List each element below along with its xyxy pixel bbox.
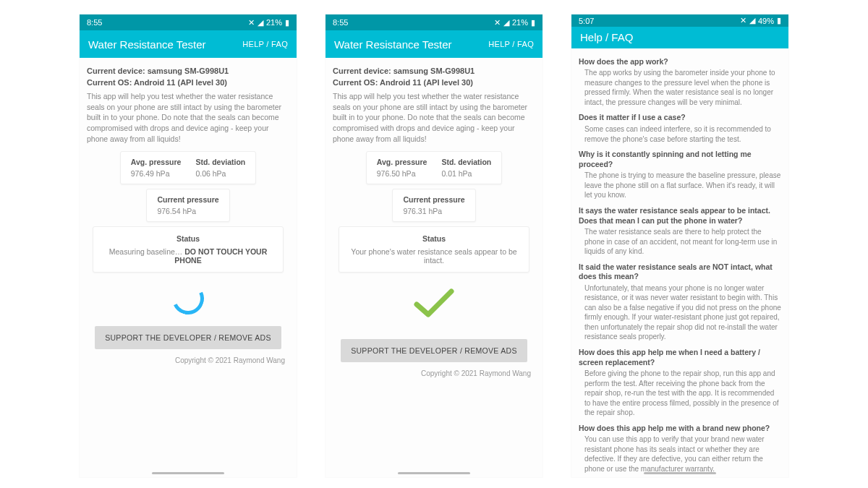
app-title: Water Resistance Tester (334, 38, 452, 51)
faq-question: It says the water resistance seals appea… (579, 206, 781, 226)
nav-handle[interactable] (152, 472, 224, 474)
signal-icon: ◢ (749, 16, 755, 25)
faq-question: How does this app help me when I need a … (579, 348, 781, 367)
app-title: Water Resistance Tester (88, 38, 206, 51)
pressure-summary-card: Avg. pressure 976.49 hPa Std. deviation … (120, 151, 256, 184)
signal-icon: ◢ (258, 18, 263, 27)
current-pressure-card: Current pressure 976.31 hPa (392, 189, 475, 222)
std-dev-label: Std. deviation (441, 158, 491, 166)
faq-question: How does the app work? (579, 57, 781, 67)
status-time: 8:55 (87, 18, 102, 27)
title-bar: Water Resistance Tester HELP / FAQ (80, 30, 297, 58)
faq-answer: The water resistance seals are there to … (579, 227, 781, 257)
battery-text: 49% (758, 17, 774, 25)
current-pressure-value: 976.31 hPa (403, 207, 464, 215)
status-label: Status (99, 234, 277, 243)
pressure-summary-card: Avg. pressure 976.50 hPa Std. deviation … (366, 151, 502, 184)
std-dev-value: 0.01 hPa (441, 169, 491, 178)
faq-answer: Before giving the phone to the repair sh… (579, 369, 781, 418)
status-bar: 8:55 ✕ ◢ 21% ▮ (326, 14, 542, 30)
battery-icon: ▮ (285, 18, 289, 27)
faq-question: It said the water resistance seals are N… (579, 262, 781, 282)
faq-question: Does it matter if I use a case? (579, 113, 781, 123)
nav-handle[interactable] (644, 472, 716, 474)
current-pressure-value: 976.54 hPa (157, 207, 218, 215)
battery-icon: ▮ (777, 16, 781, 25)
status-prefix: Measuring baseline… (109, 247, 184, 256)
faq-answer: The phone is trying to measure the basel… (579, 171, 781, 200)
current-pressure-card: Current pressure 976.54 hPa (146, 189, 229, 222)
current-pressure-label: Current pressure (157, 195, 218, 204)
device-line: Current device: samsung SM-G998U1 (333, 67, 535, 75)
status-bold: DO NOT TOUCH YOUR PHONE (174, 247, 267, 265)
status-indicators: ✕ ◢ 21% ▮ (248, 18, 289, 27)
phone-screen-measuring: 8:55 ✕ ◢ 21% ▮ Water Resistance Tester H… (80, 14, 297, 477)
status-value: Measuring baseline… DO NOT TOUCH YOUR PH… (99, 247, 277, 265)
support-developer-button[interactable]: SUPPORT THE DEVELOPER / REMOVE ADS (95, 326, 281, 349)
status-label: Status (345, 234, 523, 243)
avg-pressure-value: 976.50 hPa (377, 169, 427, 178)
mute-icon: ✕ (248, 18, 255, 27)
avg-pressure-label: Avg. pressure (131, 158, 182, 166)
phone-screen-intact: 8:55 ✕ ◢ 21% ▮ Water Resistance Tester H… (326, 14, 542, 477)
current-pressure-label: Current pressure (403, 195, 464, 204)
faq-answer: Some cases can indeed interfere, so it i… (579, 124, 781, 144)
status-card: Status Measuring baseline… DO NOT TOUCH … (93, 226, 284, 273)
faq-answer: The app works by using the barometer ins… (579, 68, 781, 107)
copyright-text: Copyright © 2021 Raymond Wang (87, 356, 285, 364)
nav-handle[interactable] (398, 472, 470, 474)
battery-text: 21% (266, 18, 282, 27)
title-bar: Help / FAQ (571, 27, 788, 48)
avg-pressure-value: 976.49 hPa (131, 169, 182, 178)
title-bar: Water Resistance Tester HELP / FAQ (326, 30, 542, 58)
status-card: Status Your phone's water resistance sea… (339, 226, 529, 273)
avg-pressure-label: Avg. pressure (377, 158, 427, 166)
checkmark-icon (412, 286, 456, 323)
status-bar: 8:55 ✕ ◢ 21% ▮ (80, 14, 297, 30)
signal-icon: ◢ (503, 18, 509, 27)
faq-title: Help / FAQ (580, 31, 633, 43)
app-description: This app will help you test whether the … (333, 91, 535, 144)
status-bar: 5:07 ✕ ◢ 49% ▮ (571, 14, 788, 27)
success-check-wrap (333, 286, 535, 323)
mute-icon: ✕ (740, 16, 746, 25)
os-line: Current OS: Android 11 (API level 30) (333, 78, 535, 87)
phone-screen-faq: 5:07 ✕ ◢ 49% ▮ Help / FAQ How does the a… (571, 14, 788, 477)
mute-icon: ✕ (494, 18, 501, 27)
help-faq-link[interactable]: HELP / FAQ (488, 40, 534, 48)
faq-answer: You can use this app to verify that your… (579, 435, 781, 474)
help-faq-link[interactable]: HELP / FAQ (242, 40, 288, 48)
status-time: 5:07 (579, 17, 594, 25)
os-line: Current OS: Android 11 (API level 30) (87, 78, 289, 87)
faq-question: How does this app help me with a brand n… (579, 424, 781, 434)
battery-text: 21% (512, 18, 528, 27)
loading-spinner-icon (168, 278, 208, 319)
faq-question: Why is it constantly spinning and not le… (579, 150, 781, 169)
support-developer-button[interactable]: SUPPORT THE DEVELOPER / REMOVE ADS (341, 339, 527, 362)
main-content: Current device: samsung SM-G998U1 Curren… (326, 58, 542, 477)
status-value: Your phone's water resistance seals appe… (345, 247, 523, 265)
main-content: Current device: samsung SM-G998U1 Curren… (80, 58, 297, 477)
faq-answer: Unfortunately, that means your phone is … (579, 283, 781, 342)
status-time: 8:55 (333, 18, 348, 27)
std-dev-label: Std. deviation (195, 158, 245, 166)
status-indicators: ✕ ◢ 49% ▮ (740, 16, 781, 25)
copyright-text: Copyright © 2021 Raymond Wang (333, 369, 531, 377)
loading-spinner-wrap (87, 283, 289, 314)
faq-scroll-area[interactable]: How does the app work? The app works by … (571, 48, 788, 477)
battery-icon: ▮ (531, 18, 535, 27)
device-line: Current device: samsung SM-G998U1 (87, 67, 289, 75)
app-description: This app will help you test whether the … (87, 91, 289, 144)
std-dev-value: 0.06 hPa (195, 169, 245, 178)
status-indicators: ✕ ◢ 21% ▮ (494, 18, 535, 27)
